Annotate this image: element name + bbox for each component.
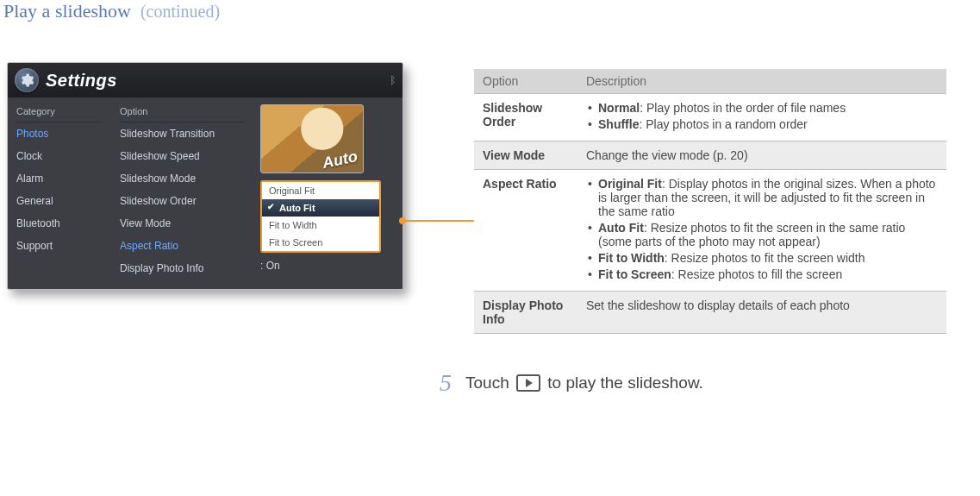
table-row: View ModeChange the view mode (p. 20): [474, 141, 946, 170]
settings-title: Settings: [46, 71, 117, 91]
aspect-ratio-dropdown[interactable]: Original FitAuto FitFit to WidthFit to S…: [260, 180, 381, 253]
option-name-cell: View Mode: [474, 141, 577, 170]
option-name-cell: Display Photo Info: [474, 292, 577, 334]
photo-thumbnail: Auto: [260, 104, 364, 173]
table-row: Display Photo InfoSet the slideshow to d…: [474, 292, 946, 334]
option-header: Option: [120, 103, 245, 122]
option-description-cell: Set the slideshow to display details of …: [577, 292, 946, 334]
category-item[interactable]: Alarm: [16, 167, 103, 190]
option-item[interactable]: Slideshow Speed: [120, 145, 245, 167]
option-name-cell: Slideshow Order: [474, 94, 577, 141]
option-item[interactable]: Slideshow Order: [120, 190, 245, 212]
description-bullet: Normal: Play photos in the order of file…: [598, 101, 938, 115]
description-bullet: Fit to Screen: Resize photos to fill the…: [598, 267, 938, 281]
settings-titlebar: Settings ᛒ: [8, 63, 403, 97]
description-bullet: Original Fit: Display photos in the orig…: [598, 177, 938, 218]
step-number: 5: [440, 369, 452, 397]
description-bullet: Auto Fit: Resize photos to fit the scree…: [598, 221, 938, 248]
display-photo-info-value: : On: [260, 260, 394, 272]
option-column: Option Slideshow TransitionSlideshow Spe…: [111, 97, 253, 289]
option-name-cell: Aspect Ratio: [474, 170, 577, 292]
page-title: Play a slideshow (continued): [3, 0, 220, 22]
option-item[interactable]: Display Photo Info: [120, 257, 245, 279]
option-description-cell: Normal: Play photos in the order of file…: [577, 94, 946, 141]
step-text-before: Touch: [465, 374, 514, 392]
category-column: Category PhotosClockAlarmGeneralBluetoot…: [8, 97, 111, 289]
option-description-cell: Original Fit: Display photos in the orig…: [577, 170, 946, 292]
category-item[interactable]: General: [16, 190, 103, 212]
preview-pane: Auto Original FitAuto FitFit to WidthFit…: [253, 97, 403, 289]
option-item[interactable]: Slideshow Transition: [120, 122, 245, 145]
description-bullet: Fit to Width: Resize photos to fit the s…: [598, 251, 938, 265]
category-item[interactable]: Clock: [16, 145, 103, 167]
device-settings-panel: Settings ᛒ Category PhotosClockAlarmGene…: [7, 62, 403, 290]
thumbnail-auto-label: Auto: [321, 148, 359, 173]
step-instruction: 5 Touch to play the slideshow.: [440, 369, 703, 397]
aspect-ratio-option[interactable]: Original Fit: [262, 182, 379, 199]
callout-connector-line: [403, 220, 474, 222]
gear-icon: [15, 68, 39, 92]
page-title-continued: (continued): [140, 2, 220, 21]
description-bullet: Shuffle: Play photos in a random order: [598, 117, 938, 131]
play-icon: [516, 374, 540, 392]
aspect-ratio-option[interactable]: Auto Fit: [262, 199, 379, 217]
aspect-ratio-option[interactable]: Fit to Screen: [262, 234, 379, 251]
options-description-table: Option Description Slideshow OrderNormal…: [474, 69, 946, 334]
category-item[interactable]: Photos: [16, 122, 103, 145]
table-row: Slideshow OrderNormal: Play photos in th…: [474, 94, 946, 141]
page-title-main: Play a slideshow: [3, 0, 131, 22]
table-head-option: Option: [474, 69, 577, 94]
option-description-cell: Change the view mode (p. 20): [577, 141, 946, 170]
bluetooth-icon: ᛒ: [390, 74, 396, 86]
option-item[interactable]: Slideshow Mode: [120, 167, 245, 190]
category-header: Category: [16, 103, 103, 122]
option-item[interactable]: Aspect Ratio: [120, 235, 245, 257]
table-head-description: Description: [577, 69, 946, 94]
table-row: Aspect RatioOriginal Fit: Display photos…: [474, 170, 946, 292]
aspect-ratio-option[interactable]: Fit to Width: [262, 217, 379, 234]
category-item[interactable]: Bluetooth: [16, 212, 103, 235]
option-item[interactable]: View Mode: [120, 212, 245, 235]
category-item[interactable]: Support: [16, 235, 103, 257]
step-text-after: to play the slideshow.: [547, 374, 703, 392]
